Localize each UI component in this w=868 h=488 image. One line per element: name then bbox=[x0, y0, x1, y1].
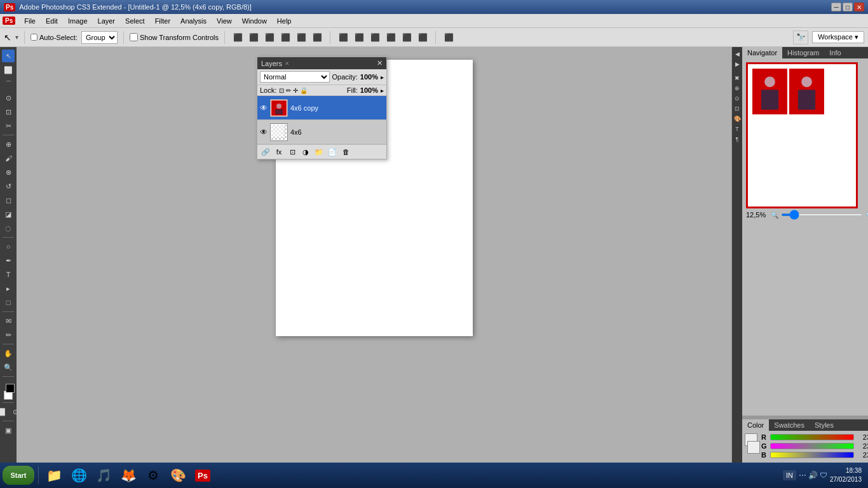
layer-visibility-eye-1[interactable]: 👁 bbox=[260, 104, 268, 112]
move-tool[interactable]: ↖ bbox=[2, 50, 15, 62]
eyedropper-tool[interactable]: ✏ bbox=[2, 329, 15, 341]
panel-expand-btn[interactable]: ▶ bbox=[733, 60, 742, 69]
layer-mask-button[interactable]: ⊡ bbox=[287, 147, 298, 157]
selection-panel-btn[interactable]: ⊕ bbox=[733, 84, 742, 93]
taskbar-app-ps[interactable]: Ps bbox=[191, 464, 214, 486]
zoom-out-icon[interactable]: 🔍 bbox=[771, 212, 778, 219]
layer-new-button[interactable]: 📄 bbox=[327, 147, 338, 157]
crop-tool[interactable]: ⊡ bbox=[2, 105, 15, 118]
layer-link-button[interactable]: 🔗 bbox=[260, 147, 271, 157]
lock-position-icon[interactable]: ✛ bbox=[293, 87, 298, 94]
align-top-edges-icon[interactable]: ⬛ bbox=[231, 31, 245, 44]
menu-view[interactable]: View bbox=[212, 16, 237, 26]
taskbar-app-paint[interactable]: 🎨 bbox=[166, 464, 189, 486]
eraser-tool[interactable]: ◻ bbox=[2, 194, 15, 207]
layer-group-button[interactable]: 📁 bbox=[313, 147, 325, 157]
distribute-vertical-icon[interactable]: ⬛ bbox=[352, 31, 366, 44]
layer-fx-button[interactable]: fx bbox=[273, 147, 285, 157]
lock-all-icon[interactable]: 🔒 bbox=[300, 87, 308, 94]
history-brush-tool[interactable]: ↺ bbox=[2, 180, 15, 193]
view-panel-btn[interactable]: ⊙ bbox=[733, 94, 742, 103]
taskbar-volume-icon[interactable]: 🔊 bbox=[808, 471, 818, 480]
screen-mode[interactable]: ▣ bbox=[2, 424, 15, 437]
layer-delete-button[interactable]: 🗑 bbox=[340, 147, 351, 157]
healing-brush-tool[interactable]: ⊕ bbox=[2, 138, 15, 151]
fill-arrow[interactable]: ▸ bbox=[381, 87, 384, 94]
foreground-color[interactable] bbox=[6, 384, 15, 393]
align-bottom-edges-icon[interactable]: ⬛ bbox=[262, 31, 276, 44]
hand-tool[interactable]: ✋ bbox=[2, 347, 15, 360]
layer-visibility-eye-2[interactable]: 👁 bbox=[260, 128, 268, 137]
marquee-tool[interactable]: ⬜ bbox=[2, 64, 15, 76]
taskbar-app-chrome[interactable]: ⚙ bbox=[142, 464, 165, 486]
pen-tool[interactable]: ✒ bbox=[2, 254, 15, 267]
workspace-button[interactable]: Workspace ▾ bbox=[812, 31, 864, 43]
tools-panel-btn[interactable]: ✖ bbox=[733, 74, 742, 83]
panel-collapse-btn[interactable]: ◀ bbox=[733, 50, 742, 58]
navigator-icon[interactable]: 🔭 bbox=[793, 30, 808, 44]
taskbar-app-firefox[interactable]: 🦊 bbox=[117, 464, 140, 486]
canvas-area[interactable]: Layers ✕ ✕ Normal Opacity: 100% ▸ Lock: … bbox=[17, 47, 731, 471]
path-selection-tool[interactable]: ▸ bbox=[2, 282, 15, 295]
align-right-edges-icon[interactable]: ⬛ bbox=[310, 31, 324, 44]
menu-analysis[interactable]: Analysis bbox=[175, 16, 212, 26]
window-close-button[interactable]: ✕ bbox=[854, 3, 864, 11]
standard-mode[interactable]: ⬜ bbox=[0, 405, 8, 418]
align-left-edges-icon[interactable]: ⬛ bbox=[278, 31, 292, 44]
notes-tool[interactable]: ✉ bbox=[2, 315, 15, 327]
window-minimize-button[interactable]: ─ bbox=[831, 3, 841, 11]
move-tool-icon[interactable]: ↖ bbox=[4, 32, 11, 43]
color-panel-btn-2[interactable]: 🎨 bbox=[733, 114, 742, 123]
auto-select-checkbox[interactable] bbox=[31, 34, 37, 41]
type-tool[interactable]: T bbox=[2, 268, 15, 281]
clone-stamp-tool[interactable]: ⊗ bbox=[2, 166, 15, 179]
move-tool-dropdown-arrow[interactable]: ▾ bbox=[15, 34, 18, 41]
lock-transparent-icon[interactable]: ⊡ bbox=[279, 87, 284, 94]
paragraph-panel-btn[interactable]: ¶ bbox=[733, 135, 742, 144]
window-maximize-button[interactable]: □ bbox=[843, 3, 853, 11]
taskbar-app-ie[interactable]: 🌐 bbox=[67, 464, 90, 486]
slice-tool[interactable]: ✂ bbox=[2, 119, 15, 132]
align-vertical-centers-icon[interactable]: ⬛ bbox=[247, 31, 261, 44]
brush-tool[interactable]: 🖌 bbox=[2, 152, 15, 165]
layer-item-4x6-copy[interactable]: 👁 4x6 copy bbox=[257, 96, 386, 120]
auto-select-select[interactable]: Group bbox=[81, 31, 118, 44]
distribute-top-icon[interactable]: ⬛ bbox=[336, 31, 350, 44]
lock-pixels-icon[interactable]: ✏ bbox=[286, 87, 291, 94]
navigator-zoom-slider[interactable] bbox=[781, 214, 863, 216]
start-button[interactable]: Start bbox=[3, 466, 34, 485]
menu-filter[interactable]: Filter bbox=[150, 16, 175, 26]
zoom-tool[interactable]: 🔍 bbox=[2, 361, 15, 374]
blur-tool[interactable]: ◌ bbox=[2, 222, 15, 234]
background-color-swatch[interactable] bbox=[747, 441, 760, 454]
tab-histogram[interactable]: Histogram bbox=[782, 47, 824, 58]
layers-panel-close[interactable]: ✕ bbox=[377, 59, 383, 67]
distribute-left-icon[interactable]: ⬛ bbox=[384, 31, 398, 44]
quick-mask-mode[interactable]: ⊙ bbox=[9, 405, 17, 418]
zoom-in-icon[interactable]: 🔍 bbox=[865, 212, 868, 219]
menu-image[interactable]: Image bbox=[63, 16, 93, 26]
distribute-horizontal-icon[interactable]: ⬛ bbox=[400, 31, 414, 44]
menu-layer[interactable]: Layer bbox=[93, 16, 121, 26]
quick-select-tool[interactable]: ⊙ bbox=[2, 92, 15, 104]
dodge-tool[interactable]: ○ bbox=[2, 240, 15, 253]
layer-adj-button[interactable]: ◑ bbox=[300, 147, 311, 157]
tab-swatches[interactable]: Swatches bbox=[769, 419, 810, 431]
distribute-right-icon[interactable]: ⬛ bbox=[416, 31, 430, 44]
fill-tool[interactable]: ◪ bbox=[2, 208, 15, 220]
tab-info[interactable]: Info bbox=[824, 47, 846, 58]
layer-item-4x6[interactable]: 👁 4x6 bbox=[257, 120, 386, 144]
lasso-tool[interactable]: ⌒ bbox=[2, 78, 15, 90]
menu-window[interactable]: Window bbox=[237, 16, 272, 26]
tab-navigator[interactable]: Navigator bbox=[742, 47, 782, 58]
taskbar-language[interactable]: IN bbox=[783, 470, 796, 480]
blend-mode-select[interactable]: Normal bbox=[260, 71, 330, 83]
transform-panel-btn[interactable]: ⊡ bbox=[733, 104, 742, 113]
opacity-arrow[interactable]: ▸ bbox=[381, 74, 384, 81]
tab-color[interactable]: Color bbox=[742, 419, 769, 431]
distribute-bottom-icon[interactable]: ⬛ bbox=[368, 31, 382, 44]
menu-edit[interactable]: Edit bbox=[41, 16, 63, 26]
auto-align-icon[interactable]: ⬛ bbox=[442, 31, 456, 44]
align-horizontal-centers-icon[interactable]: ⬛ bbox=[294, 31, 308, 44]
taskbar-app-explorer[interactable]: 📁 bbox=[43, 464, 65, 486]
